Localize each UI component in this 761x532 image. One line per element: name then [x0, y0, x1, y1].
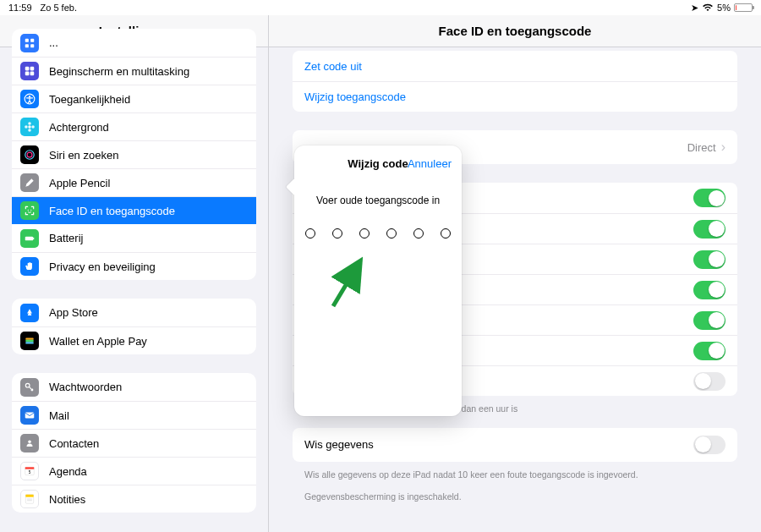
sidebar-item-label: Face ID en toegangscode	[49, 205, 175, 217]
key-icon	[20, 378, 39, 397]
settings-sidebar: Instellingen ...Beginscherm en multitask…	[0, 15, 269, 532]
passcode-dot	[413, 228, 424, 239]
sidebar-group: ...Beginscherm en multitaskingToegankeli…	[12, 29, 256, 280]
toggle-switch[interactable]	[693, 250, 725, 269]
home-icon	[20, 62, 39, 80]
sidebar-item-label: Wachtwoorden	[49, 381, 122, 393]
mail-icon	[20, 406, 39, 425]
battery-icon	[734, 3, 753, 12]
sidebar-item-label: Beginscherm en multitasking	[49, 65, 189, 78]
sidebar-item-mail[interactable]: Mail	[12, 401, 256, 429]
svg-rect-5	[30, 67, 35, 71]
hand-icon	[20, 257, 39, 276]
sidebar-item-key[interactable]: Wachtwoorden	[12, 373, 256, 401]
svg-line-34	[333, 264, 359, 306]
svg-rect-31	[25, 495, 33, 497]
sidebar-item-wallet[interactable]: Wallet en Apple Pay	[12, 326, 256, 354]
change-passcode-link[interactable]: Wijzig toegangscode	[293, 81, 737, 112]
sidebar-item-label: Apple Pencil	[49, 177, 110, 189]
sidebar-item-battery[interactable]: Batterij	[12, 224, 256, 252]
toggle-switch[interactable]	[693, 189, 725, 207]
svg-rect-21	[25, 338, 33, 340]
svg-rect-2	[25, 44, 29, 47]
sidebar-item-label: Siri en zoeken	[49, 149, 118, 162]
sidebar-item-notes[interactable]: Notities	[12, 485, 256, 513]
svg-rect-1	[30, 38, 34, 41]
faceid-icon	[20, 201, 39, 220]
sidebar-item-siri[interactable]: Siri en zoeken	[12, 140, 256, 168]
svg-point-10	[28, 125, 31, 129]
sidebar-item-label: Agenda	[49, 465, 87, 478]
passcode-dot	[305, 228, 315, 239]
erase-data-toggle[interactable]	[693, 436, 725, 454]
sidebar-item-label: Notities	[49, 493, 85, 506]
toggle-switch[interactable]	[693, 220, 725, 239]
toggle-switch[interactable]	[693, 372, 725, 391]
sidebar-item-label: Privacy en beveiliging	[49, 261, 156, 273]
sidebar-item-calendar[interactable]: 5Agenda	[12, 457, 256, 485]
svg-point-16	[27, 152, 32, 157]
battery-percent: 5%	[717, 3, 731, 13]
sidebar-item-contacts[interactable]: Contacten	[12, 429, 256, 457]
svg-rect-23	[25, 342, 33, 343]
sidebar-item-label: Toegankelijkheid	[49, 93, 130, 106]
contacts-icon	[20, 434, 39, 452]
sidebar-item-faceid[interactable]: Face ID en toegangscode	[12, 196, 256, 224]
svg-point-14	[31, 125, 35, 129]
svg-point-24	[25, 383, 30, 387]
erase-data-label: Wis gegevens	[304, 438, 374, 451]
svg-rect-3	[30, 44, 34, 47]
sidebar-item-home[interactable]: Beginscherm en multitasking	[12, 57, 256, 85]
wallet-icon	[20, 332, 39, 350]
svg-rect-20	[33, 237, 34, 239]
popover-prompt: Voer oude toegangscode in	[294, 195, 462, 206]
sidebar-item-accessibility[interactable]: Toegankelijkheid	[12, 85, 256, 112]
sidebar-item-label: Contacten	[49, 437, 99, 450]
detail-pane: Face ID en toegangscode Zet code uit Wij…	[269, 15, 761, 532]
svg-rect-22	[25, 340, 33, 342]
erase-footnote: Wis alle gegevens op deze iPad nadat 10 …	[304, 469, 725, 504]
svg-point-17	[28, 210, 29, 211]
sidebar-item-flower[interactable]: Achtergrond	[12, 112, 256, 140]
status-time: 11:59	[8, 3, 32, 13]
cancel-button[interactable]: Annuleer	[408, 145, 452, 183]
toggle-switch[interactable]	[693, 311, 725, 330]
erase-data-section: Wis gegevens	[293, 428, 737, 462]
passcode-dot	[441, 228, 451, 239]
sidebar-item-label: App Store	[49, 306, 98, 319]
svg-point-9	[29, 96, 30, 97]
svg-rect-0	[25, 38, 29, 41]
sidebar-item-hand[interactable]: Privacy en beveiliging	[12, 252, 256, 280]
toggle-switch[interactable]	[693, 281, 725, 299]
appstore-icon	[20, 304, 39, 322]
detail-title: Face ID en toegangscode	[269, 15, 761, 47]
svg-point-11	[28, 122, 31, 125]
svg-point-26	[28, 441, 31, 444]
passcode-dot	[386, 228, 397, 239]
wifi-icon	[702, 3, 714, 12]
require-value: Direct	[687, 141, 716, 154]
flower-icon	[20, 118, 39, 136]
sidebar-item-grid[interactable]: ...	[12, 29, 256, 57]
sidebar-item-label: Achtergrond	[49, 121, 109, 134]
sidebar-item-appstore[interactable]: App Store	[12, 299, 256, 326]
svg-rect-6	[25, 72, 30, 76]
location-icon: ➤	[691, 3, 698, 14]
notes-icon	[20, 490, 39, 508]
change-passcode-popover: Wijzig code Annuleer Voer oude toegangsc…	[294, 145, 462, 416]
passcode-dots[interactable]	[294, 228, 462, 239]
calendar-icon: 5	[20, 462, 39, 480]
passcode-links-section: Zet code uit Wijzig toegangscode	[293, 51, 737, 112]
sidebar-item-pencil[interactable]: Apple Pencil	[12, 168, 256, 196]
grid-icon	[20, 34, 39, 52]
toggle-switch[interactable]	[693, 342, 725, 360]
disable-passcode-link[interactable]: Zet code uit	[293, 51, 737, 81]
accessibility-icon	[20, 90, 39, 108]
sidebar-item-label: ...	[49, 36, 58, 49]
svg-rect-19	[25, 236, 33, 240]
sidebar-item-label: Wallet en Apple Pay	[49, 335, 147, 348]
sidebar-group: WachtwoordenMailContacten5AgendaNotities	[12, 373, 256, 513]
svg-rect-4	[25, 67, 30, 71]
sidebar-item-label: Batterij	[49, 232, 83, 244]
svg-rect-28	[25, 467, 35, 469]
